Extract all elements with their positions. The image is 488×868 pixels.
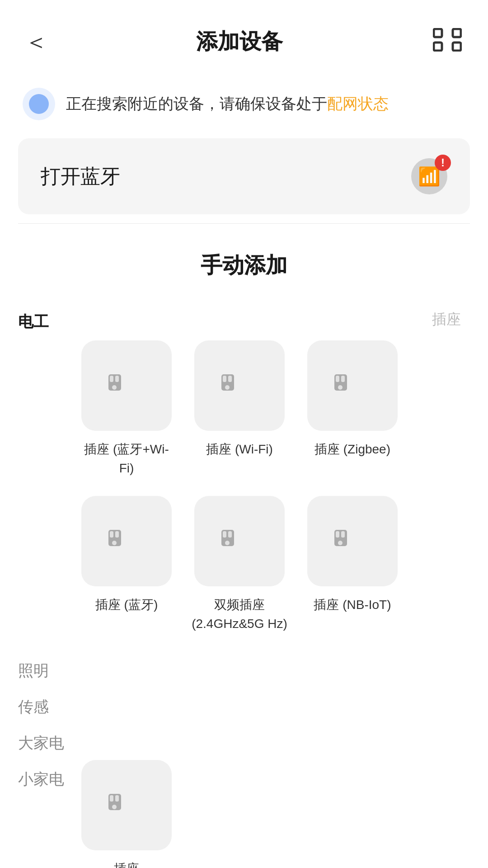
svg-rect-23 [225,541,230,545]
sidebar-item-lighting[interactable]: 照明 [18,651,77,681]
electrician-row-1: 插座 (蓝牙+Wi-Fi) 插座 (Wi-Fi) [77,340,470,478]
section-appliance: 大家电 [18,724,470,760]
svg-rect-3 [453,42,461,51]
electrician-content: 插座 插座 (蓝牙+Wi-Fi) [77,302,470,651]
electrician-subtitle: 插座 [77,302,470,330]
svg-rect-5 [110,376,113,382]
svg-rect-30 [115,795,119,802]
outlet-nb-label: 插座 (NB-IoT) [314,595,391,614]
svg-rect-1 [453,29,461,37]
svg-rect-15 [338,385,343,390]
svg-rect-17 [110,531,113,538]
outlet-bt-label: 插座 (蓝牙) [95,595,158,614]
search-text-highlight: 配网状态 [327,95,389,112]
sidebar-item-small-appliance[interactable]: 小家电 [18,760,77,790]
manual-add-title: 手动添加 [0,233,488,302]
back-icon: ＜ [24,30,48,53]
section-divider [18,223,470,224]
bluetooth-error-badge: ! [435,155,451,171]
section-lighting: 照明 [18,651,470,688]
search-text-before: 正在搜索附近的设备，请确保设备处于 [66,95,327,112]
svg-rect-25 [336,531,339,538]
search-banner: 正在搜索附近的设备，请确保设备处于配网状态 [0,74,488,134]
svg-rect-29 [110,795,113,802]
outlet-small-label: 插座 [114,859,139,868]
svg-rect-19 [112,541,117,545]
outlet-nb-icon [307,496,398,586]
outlet-bt-icon [81,496,172,586]
device-outlet-nb[interactable]: 插座 (NB-IoT) [303,496,402,633]
device-outlet-zigbee[interactable]: 插座 (Zigbee) [303,340,402,478]
svg-rect-13 [336,376,339,382]
outlet-wifi-label: 插座 (Wi-Fi) [206,440,273,459]
outlet-zigbee-label: 插座 (Zigbee) [314,440,390,459]
svg-rect-18 [115,531,119,538]
device-outlet-bt[interactable]: 插座 (蓝牙) [77,496,176,633]
outlet-bt-wifi-label: 插座 (蓝牙+Wi-Fi) [77,440,176,478]
outlet-bt-wifi-icon [81,340,172,431]
badge-label: ! [441,157,445,168]
outlet-wifi-icon [194,340,285,431]
svg-rect-10 [228,376,232,382]
small-appliance-content: 插座 [77,760,470,868]
sidebar-item-appliance[interactable]: 大家电 [18,724,77,754]
electrician-row-2: 插座 (蓝牙) 双频插座 (2.4GHz&5G Hz) [77,496,470,633]
section-electrician: 电工 插座 插座 (蓝牙+Wi-Fi) [18,302,470,651]
bluetooth-icon-wrap: 📶 ! [411,158,447,194]
svg-rect-26 [341,531,345,538]
svg-rect-22 [228,531,232,538]
outlet-small-icon [81,760,172,850]
main-content: 电工 插座 插座 (蓝牙+Wi-Fi) [0,302,488,868]
outlet-dual-icon [194,496,285,586]
svg-rect-31 [112,805,117,809]
spinner-inner [29,94,49,114]
search-status-text: 正在搜索附近的设备，请确保设备处于配网状态 [66,93,389,115]
back-button[interactable]: ＜ [23,28,50,55]
sidebar-item-sensor[interactable]: 传感 [18,688,77,717]
svg-rect-9 [223,376,226,382]
svg-rect-0 [434,29,442,37]
sensor-content [77,688,470,724]
search-spinner [23,88,55,120]
sidebar-item-electrician[interactable]: 电工 [18,302,77,332]
device-outlet-wifi[interactable]: 插座 (Wi-Fi) [190,340,289,478]
svg-rect-7 [112,385,117,390]
outlet-zigbee-icon [307,340,398,431]
small-appliance-row-1: 插座 [77,760,470,868]
device-outlet-bt-wifi[interactable]: 插座 (蓝牙+Wi-Fi) [77,340,176,478]
bluetooth-card[interactable]: 打开蓝牙 📶 ! [18,138,470,214]
device-outlet-small[interactable]: 插座 [77,760,176,868]
header: ＜ 添加设备 [0,0,488,74]
bluetooth-label: 打开蓝牙 [41,163,120,190]
svg-rect-27 [338,541,343,545]
section-sensor: 传感 [18,688,470,724]
lighting-content [77,651,470,688]
scan-button[interactable] [429,28,465,55]
outlet-dual-label: 双频插座 (2.4GHz&5G Hz) [190,595,289,633]
section-small-appliance: 小家电 插座 [18,760,470,868]
svg-rect-2 [434,42,442,51]
scan-icon [433,28,462,55]
page-title: 添加设备 [50,27,429,56]
svg-rect-6 [115,376,119,382]
appliance-content [77,724,470,760]
device-outlet-dual[interactable]: 双频插座 (2.4GHz&5G Hz) [190,496,289,633]
svg-rect-21 [223,531,226,538]
svg-rect-14 [341,376,345,382]
svg-rect-11 [225,385,230,390]
